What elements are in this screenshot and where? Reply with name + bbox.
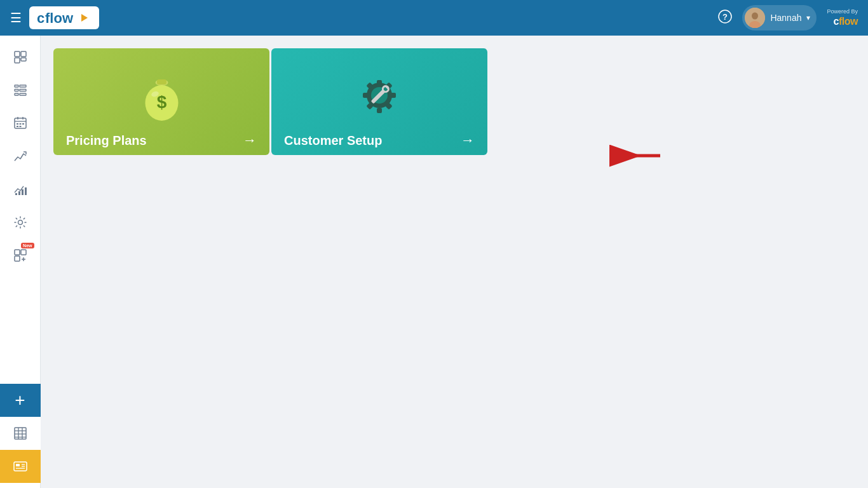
avatar: [745, 8, 765, 28]
sidebar-item-reports[interactable]: [5, 141, 36, 172]
svg-point-6: [752, 13, 758, 20]
sidebar: New +: [0, 36, 41, 488]
svg-rect-14: [15, 90, 18, 92]
new-badge: New: [21, 243, 34, 248]
customer-setup-icon: [354, 71, 405, 125]
svg-rect-27: [15, 193, 17, 195]
pricing-plans-bottom: Pricing Plans →: [53, 126, 269, 155]
svg-rect-9: [21, 51, 26, 57]
svg-rect-13: [20, 85, 26, 87]
sidebar-table-button[interactable]: [0, 417, 41, 450]
arrow-annotation: [600, 142, 663, 170]
customer-setup-card[interactable]: Customer Setup →: [271, 48, 487, 155]
integrations-icon: [13, 248, 27, 262]
help-icon[interactable]: ?: [718, 10, 732, 27]
svg-rect-22: [17, 123, 18, 125]
hamburger-icon: ☰: [10, 10, 22, 25]
logo-svg: c flow: [36, 9, 93, 27]
svg-rect-26: [19, 126, 21, 127]
svg-rect-50: [157, 79, 166, 85]
add-icon: +: [15, 391, 25, 409]
sidebar-ticket-button[interactable]: [0, 450, 41, 483]
svg-rect-16: [15, 93, 18, 95]
svg-rect-55: [377, 80, 382, 85]
main-content: $ Pricing Plans →: [41, 36, 868, 488]
svg-point-31: [18, 220, 22, 225]
pricing-plans-label: Pricing Plans: [66, 133, 147, 148]
dashboard-icon: [13, 50, 27, 64]
sidebar-item-settings[interactable]: [5, 207, 36, 238]
pricing-plans-arrow: →: [243, 132, 257, 149]
sidebar-item-calendar[interactable]: [5, 108, 36, 139]
reports-icon: [13, 149, 27, 163]
pricing-plans-icon: $: [138, 71, 186, 125]
username-label: Hannah: [770, 13, 801, 23]
svg-rect-15: [20, 90, 26, 92]
user-dropdown[interactable]: Hannah ▾: [742, 5, 817, 30]
sidebar-item-list[interactable]: [5, 75, 36, 105]
sidebar-add-button[interactable]: +: [0, 384, 41, 417]
analytics-icon: [13, 182, 27, 196]
svg-rect-44: [16, 464, 20, 466]
powered-by-brand: cflow: [834, 15, 858, 27]
svg-rect-34: [15, 256, 20, 261]
svg-rect-30: [25, 187, 27, 195]
svg-rect-23: [19, 123, 21, 125]
dropdown-arrow-icon: ▾: [806, 13, 810, 22]
svg-rect-24: [22, 123, 24, 125]
svg-text:?: ?: [722, 12, 728, 22]
svg-text:c: c: [37, 10, 44, 26]
sidebar-item-analytics[interactable]: [5, 174, 36, 205]
svg-rect-12: [15, 85, 18, 87]
svg-rect-57: [363, 93, 368, 98]
customer-setup-label: Customer Setup: [284, 133, 382, 148]
svg-rect-56: [377, 108, 382, 113]
svg-text:$: $: [156, 92, 166, 112]
calendar-icon: [13, 116, 27, 130]
hamburger-button[interactable]: ☰: [10, 10, 22, 25]
powered-by: Powered By cflow: [827, 8, 858, 27]
svg-rect-33: [21, 250, 26, 255]
pricing-plans-card[interactable]: $ Pricing Plans →: [53, 48, 269, 155]
ticket-icon: [13, 459, 28, 474]
header-left: ☰ c flow: [10, 6, 99, 29]
customer-setup-arrow: →: [461, 132, 475, 149]
list-icon: [13, 83, 27, 97]
table-icon: [13, 426, 27, 440]
customer-setup-bottom: Customer Setup →: [271, 126, 487, 155]
header-right: ? Hannah ▾ Powered By cflow: [718, 5, 858, 30]
svg-rect-25: [17, 126, 18, 127]
svg-rect-8: [15, 51, 20, 57]
svg-rect-29: [22, 189, 24, 195]
sidebar-item-dashboard[interactable]: [5, 42, 36, 72]
svg-rect-17: [20, 93, 26, 95]
app-logo: c flow: [29, 6, 99, 29]
powered-by-label: Powered By: [827, 8, 858, 15]
annotation-arrow: [600, 142, 663, 170]
cards-row: $ Pricing Plans →: [53, 48, 855, 155]
settings-icon: [13, 215, 27, 229]
svg-marker-2: [81, 14, 88, 22]
svg-rect-11: [21, 58, 26, 61]
svg-rect-10: [15, 58, 20, 63]
svg-rect-58: [391, 93, 396, 98]
app-header: ☰ c flow ?: [0, 0, 868, 36]
svg-rect-28: [18, 191, 20, 195]
svg-rect-32: [15, 250, 20, 255]
svg-text:flow: flow: [45, 10, 74, 26]
sidebar-item-integrations[interactable]: New: [5, 240, 36, 271]
